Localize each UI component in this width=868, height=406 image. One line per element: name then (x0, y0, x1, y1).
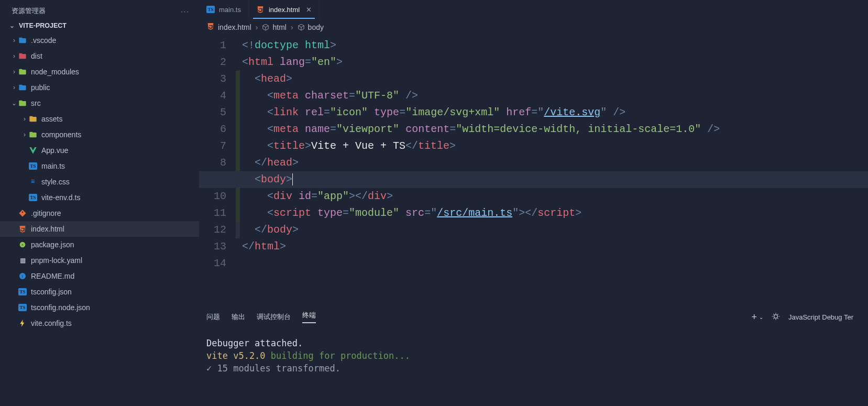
tree-item-label: vite-env.d.ts (41, 193, 80, 202)
lock-icon: ▦ (18, 256, 27, 265)
tab-index-html[interactable]: index.html✕ (249, 0, 320, 19)
file-item-package-json[interactable]: npackage.json (0, 237, 199, 253)
tree-item-label: App.vue (41, 146, 68, 155)
file-item-app-vue[interactable]: App.vue (0, 142, 199, 158)
breadcrumb-label: index.html (218, 23, 251, 31)
panel-tab-输出[interactable]: 输出 (232, 309, 245, 325)
folder-item-dist[interactable]: ›dist (0, 48, 199, 64)
html-icon (18, 224, 27, 234)
new-terminal-button[interactable]: + ⌄ (751, 312, 763, 323)
tree-item-label: dist (31, 52, 42, 60)
panel-tab-调试控制台[interactable]: 调试控制台 (257, 309, 291, 325)
debug-icon[interactable] (772, 312, 780, 322)
ts-icon: TS (28, 161, 38, 171)
css-icon: ≡ (28, 177, 38, 186)
cube-icon (298, 24, 305, 31)
breadcrumb-item[interactable]: html (262, 23, 286, 31)
code-line[interactable]: <html lang="en"> (236, 54, 720, 71)
chevron-down-icon: ⌄ (759, 314, 763, 320)
explorer-header: 资源管理器 ··· (0, 3, 199, 20)
tree-item-label: node_modules (31, 68, 79, 76)
panel-tab-问题[interactable]: 问题 (206, 309, 220, 325)
tsconf-icon: TS (18, 287, 27, 297)
close-icon[interactable]: ✕ (306, 6, 312, 14)
file-item-pnpm-lock-yaml[interactable]: ▦pnpm-lock.yaml (0, 253, 199, 268)
folder-src-icon (18, 98, 27, 108)
html-icon (256, 5, 265, 14)
project-title-row[interactable]: ⌄ VITE-PROJECT (0, 20, 199, 31)
panel-tab-终端[interactable]: 终端 (302, 308, 316, 326)
tree-item-label: style.css (41, 178, 70, 186)
editor-tabs: TSmain.tsindex.html✕ (199, 0, 868, 19)
folder-icon (18, 67, 27, 76)
code-line[interactable] (236, 255, 720, 272)
tree-item-label: components (41, 130, 81, 139)
folder-item--vscode[interactable]: ›.vscode (0, 32, 199, 48)
breadcrumb-label: body (308, 23, 324, 31)
explorer-more-icon[interactable]: ··· (181, 7, 190, 15)
breadcrumb-separator: › (291, 23, 293, 31)
folder-item-components[interactable]: ›components (0, 127, 199, 142)
code-line[interactable]: <title>Vite + Vue + TS</title> (236, 138, 720, 155)
panel-right: + ⌄ JavaScript Debug Ter (751, 312, 853, 323)
folder-item-node-modules[interactable]: ›node_modules (0, 64, 199, 80)
tree-item-label: tsconfig.json (31, 288, 72, 296)
file-item-tsconfig-json[interactable]: TStsconfig.json (0, 284, 199, 300)
ts-icon: TS (28, 193, 38, 202)
file-item--gitignore[interactable]: .gitignore (0, 205, 199, 221)
tree-item-label: src (31, 99, 41, 107)
tree-item-label: .vscode (31, 36, 56, 45)
folder-item-public[interactable]: ›public (0, 80, 199, 95)
svg-text:i: i (22, 274, 23, 279)
terminal-line: vite v5.2.0 building for production... (206, 349, 855, 362)
code-line[interactable]: <head> (236, 71, 720, 87)
code-line[interactable]: <script type="module" src="/src/main.ts"… (236, 205, 720, 222)
tree-item-label: index.html (31, 225, 64, 233)
tree-item-label: vite.config.ts (31, 319, 72, 327)
code-lines[interactable]: <!doctype html><html lang="en"><head><me… (236, 35, 720, 308)
panel-tabs: 问题输出调试控制台终端 + ⌄ JavaScript Debug Ter (199, 308, 863, 326)
chevron-icon: › (10, 37, 18, 44)
tree-item-label: tsconfig.node.json (31, 303, 90, 312)
ts-icon: TS (206, 5, 215, 14)
code-line[interactable]: </head> (236, 155, 720, 171)
chevron-down-icon: ⌄ (8, 22, 16, 29)
folder-icon (28, 114, 38, 124)
tree-item-label: pnpm-lock.yaml (31, 256, 82, 265)
vscode-icon (18, 36, 27, 45)
folder-item-assets[interactable]: ›assets (0, 111, 199, 127)
code-editor[interactable]: 1234567891011121314 <!doctype html><html… (199, 35, 868, 308)
code-line[interactable]: </body> (236, 222, 720, 238)
terminal-line: Debugger attached. (206, 337, 855, 349)
vite-icon (18, 319, 27, 328)
file-item-readme-md[interactable]: iREADME.md (0, 268, 199, 284)
file-item-tsconfig-node-json[interactable]: TStsconfig.node.json (0, 300, 199, 315)
project-title: VITE-PROJECT (19, 22, 67, 29)
code-line[interactable]: <!doctype html> (236, 37, 720, 54)
chevron-icon: › (21, 115, 28, 123)
code-line[interactable]: <meta name="viewport" content="width=dev… (236, 121, 720, 138)
html-icon (206, 22, 215, 32)
explorer-sidebar: 资源管理器 ··· ⌄ VITE-PROJECT ›.vscode›dist›n… (0, 0, 199, 406)
code-line[interactable]: </html> (236, 238, 720, 255)
tab-main-ts[interactable]: TSmain.ts (199, 0, 249, 19)
file-item-vite-config-ts[interactable]: vite.config.ts (0, 315, 199, 331)
breadcrumb-item[interactable]: index.html (206, 22, 251, 32)
terminal-output[interactable]: Debugger attached.vite v5.2.0 building f… (199, 326, 863, 375)
chevron-icon: › (10, 52, 18, 60)
breadcrumb-item[interactable]: body (298, 23, 324, 31)
folder-item-src[interactable]: ⌄src (0, 95, 199, 111)
file-item-vite-env-d-ts[interactable]: TSvite-env.d.ts (0, 190, 199, 205)
breadcrumb-separator: › (256, 23, 258, 31)
terminal-profile-label[interactable]: JavaScript Debug Ter (788, 313, 853, 321)
terminal-line: ✓ 15 modules transformed. (206, 362, 855, 375)
code-line[interactable]: <div id="app"></div> (236, 188, 720, 205)
file-tree: ›.vscode›dist›node_modules›public⌄src›as… (0, 31, 199, 332)
breadcrumb-label: html (272, 23, 286, 31)
file-item-index-html[interactable]: index.html (0, 221, 199, 237)
folder-icon (28, 130, 38, 139)
code-line[interactable]: <meta charset="UTF-8" /> (236, 87, 720, 104)
file-item-style-css[interactable]: ≡style.css (0, 174, 199, 190)
code-line[interactable]: <link rel="icon" type="image/svg+xml" hr… (236, 104, 720, 121)
file-item-main-ts[interactable]: TSmain.ts (0, 158, 199, 174)
